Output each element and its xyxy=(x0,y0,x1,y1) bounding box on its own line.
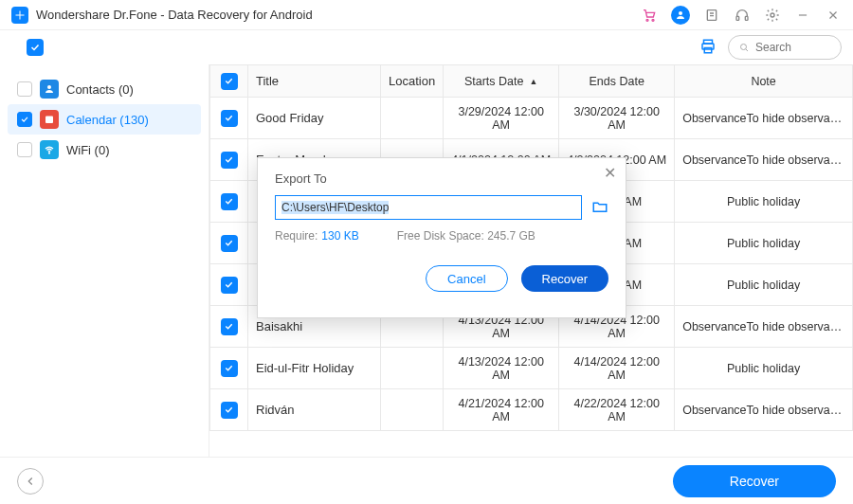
user-icon[interactable] xyxy=(671,6,690,25)
calendar-icon xyxy=(40,110,59,129)
svg-rect-5 xyxy=(745,16,748,20)
sort-asc-icon: ▲ xyxy=(529,77,537,86)
cancel-button[interactable]: Cancel xyxy=(426,265,507,292)
table-row[interactable]: Eid-ul-Fitr Holiday 4/13/2024 12:00 AM 4… xyxy=(210,348,853,389)
recover-button[interactable]: Recover xyxy=(673,465,836,497)
cell-title: Ridván xyxy=(248,389,381,431)
wifi-checkbox[interactable] xyxy=(17,142,32,157)
cell-location xyxy=(381,389,444,431)
row-checkbox[interactable] xyxy=(221,193,238,210)
table-row[interactable]: Ridván 4/21/2024 12:00 AM 4/22/2024 12:0… xyxy=(210,389,853,431)
calendar-checkbox[interactable] xyxy=(17,112,32,127)
cell-note: ObservanceTo hide observances, go to... xyxy=(675,389,853,431)
sidebar-item-calendar[interactable]: Calendar (130) xyxy=(8,104,201,135)
require-label: Require:130 KB xyxy=(275,229,359,243)
cell-starts: 4/13/2024 12:00 AM xyxy=(444,348,559,389)
row-checkbox[interactable] xyxy=(221,152,238,169)
main-panel: Title Location Starts Date▲ Ends Date No… xyxy=(209,64,853,457)
search-icon xyxy=(738,41,750,54)
export-path-input[interactable] xyxy=(275,195,582,220)
footer: Recover xyxy=(0,457,853,504)
row-checkbox[interactable] xyxy=(221,360,238,377)
cell-title: Good Friday xyxy=(248,98,381,139)
disk-label: Free Disk Space: 245.7 GB xyxy=(397,229,535,243)
back-button[interactable] xyxy=(17,468,44,495)
svg-point-11 xyxy=(47,85,51,89)
cell-note: Public holiday xyxy=(675,264,853,306)
print-icon[interactable] xyxy=(699,38,717,58)
row-checkbox[interactable] xyxy=(221,277,238,294)
cell-note: Public holiday xyxy=(675,223,853,264)
cell-note: ObservanceTo hide observances, go to... xyxy=(675,98,853,139)
titlebar: Wondershare Dr.Fone - Data Recovery for … xyxy=(0,0,853,30)
row-checkbox[interactable] xyxy=(221,110,238,127)
svg-point-10 xyxy=(741,45,747,50)
browse-folder-icon[interactable] xyxy=(591,198,608,218)
svg-point-13 xyxy=(49,153,50,153)
select-all-checkbox[interactable] xyxy=(27,39,44,56)
col-ends[interactable]: Ends Date xyxy=(559,65,675,98)
contacts-checkbox[interactable] xyxy=(17,81,32,97)
svg-point-0 xyxy=(646,19,648,21)
search-input[interactable] xyxy=(755,41,831,54)
sidebar-item-wifi[interactable]: WiFi (0) xyxy=(8,135,201,165)
cell-title: Eid-ul-Fitr Holiday xyxy=(248,348,381,389)
headset-icon[interactable] xyxy=(734,7,751,24)
cell-note: ObservanceTo hide observances, go to... xyxy=(675,306,853,348)
cell-ends: 4/14/2024 12:00 AM xyxy=(559,348,675,389)
col-title[interactable]: Title xyxy=(248,65,381,98)
row-checkbox[interactable] xyxy=(221,235,238,252)
cell-location xyxy=(381,98,444,139)
cell-ends: 3/30/2024 12:00 AM xyxy=(559,98,675,139)
cell-note: Public holiday xyxy=(675,348,853,389)
modal-recover-button[interactable]: Recover xyxy=(521,265,608,292)
cell-starts: 4/21/2024 12:00 AM xyxy=(444,389,559,431)
cell-ends: 4/22/2024 12:00 AM xyxy=(559,389,675,431)
table-row[interactable]: Good Friday 3/29/2024 12:00 AM 3/30/2024… xyxy=(210,98,853,139)
sidebar-item-label: WiFi (0) xyxy=(66,143,110,157)
sidebar-item-label: Contacts (0) xyxy=(66,82,134,97)
svg-point-1 xyxy=(652,19,654,21)
contacts-icon xyxy=(40,80,59,99)
sidebar-item-contacts[interactable]: Contacts (0) xyxy=(8,74,201,104)
cell-note: ObservanceTo hide observances, go to... xyxy=(675,139,853,181)
row-checkbox[interactable] xyxy=(221,402,238,419)
toolbar xyxy=(0,30,853,64)
header-checkbox[interactable] xyxy=(221,73,238,90)
col-starts[interactable]: Starts Date▲ xyxy=(444,65,559,98)
cell-location xyxy=(381,348,444,389)
col-note[interactable]: Note xyxy=(675,65,853,98)
gear-icon[interactable] xyxy=(764,7,781,24)
col-location[interactable]: Location xyxy=(381,65,444,98)
cart-icon[interactable] xyxy=(641,7,658,24)
sidebar-item-label: Calendar (130) xyxy=(66,113,149,127)
modal-close-icon[interactable]: ✕ xyxy=(604,164,616,182)
app-logo xyxy=(11,7,28,24)
search-box[interactable] xyxy=(728,35,842,60)
svg-rect-12 xyxy=(45,117,53,124)
notes-icon[interactable] xyxy=(703,7,720,24)
wifi-icon xyxy=(40,140,59,159)
export-modal: ✕ Export To Require:130 KB Free Disk Spa… xyxy=(257,157,626,318)
cell-note: Public holiday xyxy=(675,181,853,223)
sidebar: Contacts (0) Calendar (130) WiFi (0) xyxy=(0,64,209,457)
svg-point-6 xyxy=(771,13,774,17)
cell-starts: 3/29/2024 12:00 AM xyxy=(444,98,559,139)
close-icon[interactable] xyxy=(825,7,842,24)
row-checkbox[interactable] xyxy=(221,318,238,335)
window-title: Wondershare Dr.Fone - Data Recovery for … xyxy=(36,8,641,22)
svg-point-2 xyxy=(679,11,682,15)
modal-title: Export To xyxy=(275,171,608,186)
minimize-icon[interactable] xyxy=(794,7,811,24)
svg-rect-4 xyxy=(736,16,739,20)
